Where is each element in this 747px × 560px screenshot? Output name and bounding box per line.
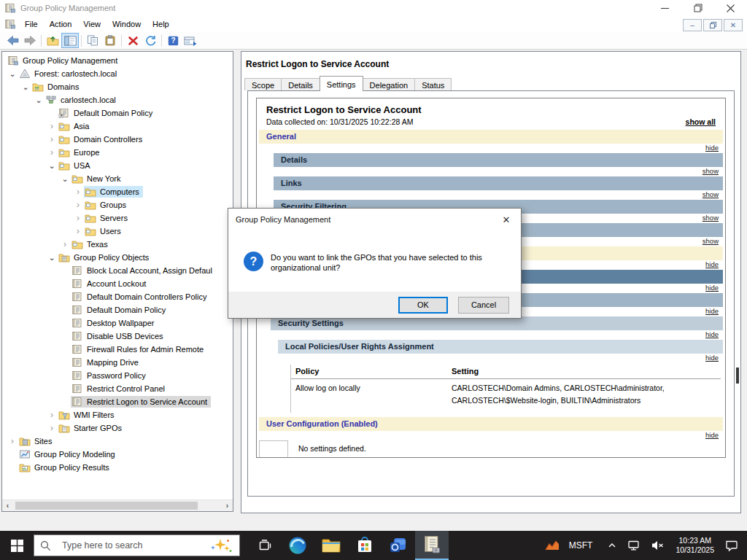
taskbar-store-icon[interactable] xyxy=(348,531,382,560)
tree-item[interactable]: Default Domain Policy xyxy=(2,303,233,316)
minimize-button[interactable] xyxy=(649,0,681,16)
tab-delegation[interactable]: Delegation xyxy=(363,78,416,90)
expander-open-icon[interactable]: ⌄ xyxy=(7,70,18,78)
refresh-icon[interactable] xyxy=(142,33,159,48)
menu-view[interactable]: View xyxy=(77,18,107,31)
expander-closed-icon[interactable]: › xyxy=(46,148,58,157)
tree-item[interactable]: Group Policy Results xyxy=(2,461,233,474)
tree-item[interactable]: ⌄Group Policy Objects xyxy=(2,251,233,264)
expander-closed-icon[interactable]: › xyxy=(72,214,84,222)
taskbar-outlook-icon[interactable] xyxy=(382,531,415,560)
stock-ticker-label[interactable]: MSFT xyxy=(569,540,593,551)
tree-item[interactable]: ›Starter GPOs xyxy=(2,421,233,435)
tree-item[interactable]: Account Lockout xyxy=(2,277,233,290)
scrollbar-thumb[interactable] xyxy=(15,502,198,510)
expander-closed-icon[interactable]: › xyxy=(72,227,84,236)
expander-closed-icon[interactable]: › xyxy=(46,411,58,419)
section-hide-link[interactable]: hide xyxy=(259,144,723,152)
tab-scope[interactable]: Scope xyxy=(244,78,282,90)
tree-item[interactable]: ›Servers xyxy=(2,211,233,225)
scroll-left-arrow-icon[interactable]: ‹ xyxy=(2,502,13,510)
tree-item[interactable]: ›WMI Filters xyxy=(2,408,233,421)
tab-details[interactable]: Details xyxy=(281,78,320,90)
menu-window[interactable]: Window xyxy=(107,18,147,31)
tree-item[interactable]: Default Domain Policy xyxy=(2,106,233,120)
pane-scrollbar-thumb[interactable] xyxy=(736,368,739,384)
expander-open-icon[interactable]: ⌄ xyxy=(33,96,44,104)
tree-item[interactable]: Desktop Wallpaper xyxy=(2,316,233,330)
expander-closed-icon[interactable]: › xyxy=(59,240,71,249)
tree-item[interactable]: Group Policy Modeling xyxy=(2,448,233,461)
tree-item[interactable]: Block Local Account, Assign Defaul xyxy=(2,264,233,277)
taskbar-search-box[interactable]: Type here to search xyxy=(34,534,240,556)
tree-item[interactable]: ⌄Forest: carlostech.local xyxy=(2,67,233,80)
help-icon[interactable]: ? xyxy=(164,33,182,48)
console-tree-icon[interactable] xyxy=(61,33,79,48)
mdi-minimize-button[interactable]: – xyxy=(683,19,702,31)
tree-item[interactable]: Restrict Logon to Service Account xyxy=(2,395,233,408)
tree-item[interactable]: ⌄Domains xyxy=(2,80,233,93)
clock[interactable]: 10:23 AM 10/31/2025 xyxy=(676,536,714,555)
volume-muted-icon[interactable] xyxy=(651,540,665,551)
menu-help[interactable]: Help xyxy=(147,18,175,31)
taskbar-edge-icon[interactable] xyxy=(281,531,314,560)
tree-item[interactable]: ⌄New York xyxy=(2,172,233,185)
dialog-close-icon[interactable]: ✕ xyxy=(492,209,521,230)
expander-closed-icon[interactable]: › xyxy=(72,187,84,196)
tree-item[interactable]: Restrict Control Panel xyxy=(2,382,233,395)
tree-item[interactable]: Password Policy xyxy=(2,369,233,382)
expander-open-icon[interactable]: ⌄ xyxy=(59,175,71,183)
stock-widget-icon[interactable] xyxy=(545,540,560,551)
taskbar-taskview-icon[interactable] xyxy=(247,531,281,560)
tree-item[interactable]: ⌄USA xyxy=(2,159,233,172)
tree-item[interactable]: ›Users xyxy=(2,225,233,238)
menu-file[interactable]: File xyxy=(19,18,44,31)
start-button[interactable] xyxy=(0,531,34,560)
section-hide-link[interactable]: hide xyxy=(278,354,723,362)
action-center-icon[interactable] xyxy=(725,540,738,552)
tree-item[interactable]: ›Texas xyxy=(2,238,233,251)
expander-closed-icon[interactable]: › xyxy=(72,201,84,209)
scroll-right-arrow-icon[interactable]: › xyxy=(222,502,233,510)
expander-open-icon[interactable]: ⌄ xyxy=(46,162,58,170)
tab-settings[interactable]: Settings xyxy=(320,76,363,91)
cancel-button[interactable]: Cancel xyxy=(458,297,509,314)
back-icon[interactable] xyxy=(4,33,21,48)
tray-chevron-up-icon[interactable] xyxy=(607,541,617,550)
section-show-link[interactable]: show xyxy=(274,190,723,198)
tree-item[interactable]: Default Domain Controllers Policy xyxy=(2,290,233,303)
forward-icon[interactable] xyxy=(21,33,39,48)
taskbar-explorer-icon[interactable] xyxy=(314,531,348,560)
tree-item[interactable]: ›Groups xyxy=(2,198,233,211)
expander-closed-icon[interactable]: › xyxy=(46,122,58,131)
expander-closed-icon[interactable]: › xyxy=(46,135,58,144)
mdi-restore-button[interactable] xyxy=(703,19,722,31)
tree-item[interactable]: Disable USB Devices xyxy=(2,330,233,343)
section-hide-link[interactable]: hide xyxy=(271,330,723,338)
mdi-close-button[interactable]: ✕ xyxy=(724,19,743,31)
copy-icon[interactable] xyxy=(84,33,101,48)
tree-item[interactable]: ⌄carlostech.local xyxy=(2,93,233,106)
show-all-link[interactable]: show all xyxy=(686,117,716,126)
tree-item[interactable]: Group Policy Management xyxy=(2,54,233,67)
tree-horizontal-scrollbar[interactable]: ‹ › xyxy=(2,499,233,511)
taskbar-gpmc-icon[interactable] xyxy=(415,531,449,560)
up-folder-icon[interactable] xyxy=(44,33,61,48)
delete-icon[interactable] xyxy=(124,33,142,48)
close-button[interactable] xyxy=(714,0,747,16)
tree-item[interactable]: ›Europe xyxy=(2,146,233,159)
tab-status[interactable]: Status xyxy=(414,78,452,90)
tree-item[interactable]: Firewall Rules for Admin Remote xyxy=(2,343,233,356)
network-icon[interactable] xyxy=(627,540,640,551)
tree-item[interactable]: ›Computers xyxy=(2,185,233,198)
expander-closed-icon[interactable]: › xyxy=(46,424,58,432)
ok-button[interactable]: OK xyxy=(398,297,448,314)
paste-icon[interactable] xyxy=(101,33,119,48)
restore-button[interactable] xyxy=(681,0,714,16)
tree-item[interactable]: ›Domain Controllers xyxy=(2,133,233,146)
section-hide-link[interactable]: hide xyxy=(259,431,723,439)
expander-open-icon[interactable]: ⌄ xyxy=(20,83,31,91)
tree-item[interactable]: ›Sites xyxy=(2,435,233,448)
expander-open-icon[interactable]: ⌄ xyxy=(46,254,58,262)
expander-closed-icon[interactable]: › xyxy=(7,437,18,446)
